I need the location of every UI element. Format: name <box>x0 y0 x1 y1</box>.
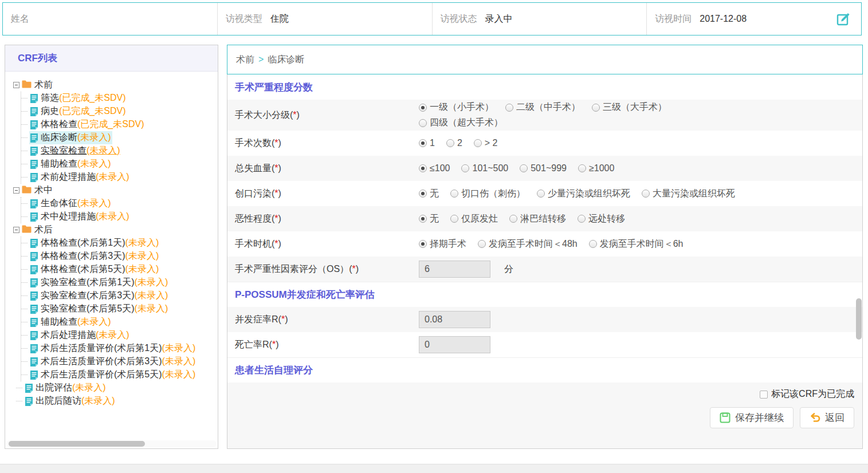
collapse-icon[interactable] <box>13 82 19 88</box>
radio-option[interactable]: 101~500 <box>461 163 508 174</box>
back-button[interactable]: 返回 <box>800 407 854 428</box>
radio-option[interactable]: 远处转移 <box>578 213 625 225</box>
radio-icon[interactable] <box>537 190 545 198</box>
crf-tree-item[interactable]: 体格检查(已完成_未SDV) <box>21 118 218 131</box>
sidebar-scrollbar-thumb[interactable] <box>9 441 145 447</box>
crf-tree-item[interactable]: 实验室检查(术后第3天)(未录入) <box>21 289 218 302</box>
radio-icon[interactable] <box>509 215 517 223</box>
collapse-icon[interactable] <box>13 227 19 233</box>
readonly-input[interactable]: 0.08 <box>419 311 490 328</box>
crf-tree-item[interactable]: 术后生活质量评价(术后第3天)(未录入) <box>21 355 218 368</box>
crf-tree-folder[interactable]: 术后 <box>9 223 218 236</box>
edit-icon[interactable] <box>836 11 851 26</box>
crf-item-status: (未录入) <box>81 395 115 407</box>
radio-icon[interactable] <box>419 215 427 223</box>
radio-option[interactable]: 一级（小手术） <box>419 101 494 113</box>
mark-complete-checkbox[interactable] <box>760 391 768 399</box>
radio-icon[interactable] <box>461 164 469 172</box>
crf-tree-item[interactable]: 生命体征(未录入) <box>21 197 218 210</box>
main-vertical-scrollbar-thumb[interactable] <box>856 298 862 340</box>
crf-tree-item[interactable]: 体格检查(术后第1天)(未录入) <box>21 236 218 250</box>
radio-icon[interactable] <box>589 240 597 248</box>
radio-option[interactable]: 发病至手术时间＜6h <box>589 238 684 250</box>
radio-option[interactable]: 择期手术 <box>419 238 466 250</box>
crf-tree-item[interactable]: 病史(已完成_未SDV) <box>21 105 218 118</box>
radio-option[interactable]: 三级（大手术） <box>592 101 667 113</box>
radio-icon[interactable] <box>419 164 427 172</box>
radio-icon[interactable] <box>578 215 586 223</box>
crf-tree-item[interactable]: 出院评估(未录入) <box>16 381 218 395</box>
radio-icon[interactable] <box>419 240 427 248</box>
document-icon <box>25 397 33 406</box>
crf-tree-item[interactable]: 术后处理措施(未录入) <box>21 329 218 342</box>
crf-tree-item[interactable]: 筛选(已完成_未SDV) <box>21 92 218 105</box>
crf-item-status: (未录入) <box>96 329 129 341</box>
radio-option[interactable]: 2 <box>446 138 462 148</box>
radio-icon[interactable] <box>642 190 650 198</box>
radio-option[interactable]: 切口伤（刺伤） <box>450 188 525 200</box>
crf-tree-item[interactable]: 辅助检查(未录入) <box>21 316 218 329</box>
radio-icon[interactable] <box>419 139 427 147</box>
radio-option[interactable]: 发病至手术时间＜48h <box>478 238 578 250</box>
radio-icon[interactable] <box>419 104 427 112</box>
crf-tree-item[interactable]: 实验室检查(术后第5天)(未录入) <box>21 302 218 316</box>
mark-complete-checkbox-row[interactable]: 标记该CRF为已完成 <box>760 388 854 400</box>
crf-tree-item[interactable]: 术后生活质量评价(术后第1天)(未录入) <box>21 342 218 355</box>
document-icon <box>30 265 38 274</box>
crf-tree-item[interactable]: 术中处理措施(未录入) <box>21 210 218 223</box>
readonly-input[interactable]: 0 <box>419 336 490 353</box>
crf-tree-item[interactable]: 实验室检查(术后第1天)(未录入) <box>21 276 218 289</box>
crf-tree-item[interactable]: 体格检查(术后第3天)(未录入) <box>21 250 218 263</box>
crf-item-label: 体格检查 <box>41 119 77 131</box>
radio-icon[interactable] <box>478 240 486 248</box>
radio-option[interactable]: 仅原发灶 <box>450 213 498 225</box>
radio-icon[interactable] <box>505 104 513 112</box>
crf-tree-item[interactable]: 术后生活质量评价(术后第5天)(未录入) <box>21 368 218 381</box>
crf-tree-item[interactable]: 术前处理措施(未录入) <box>21 171 218 184</box>
radio-icon[interactable] <box>446 139 454 147</box>
radio-icon[interactable] <box>450 190 458 198</box>
crf-tree-item[interactable]: 实验室检查(未录入) <box>21 144 218 157</box>
radio-option[interactable]: 二级（中手术） <box>505 101 580 113</box>
form-footer: 标记该CRF为已完成 保存并继续 返回 <box>227 383 862 448</box>
radio-option[interactable]: 四级（超大手术） <box>419 117 503 129</box>
radio-option[interactable]: ≥1000 <box>578 163 614 174</box>
sidebar-horizontal-scrollbar[interactable] <box>6 440 217 447</box>
visit-status-field: 访视状态 录入中 <box>432 3 647 35</box>
save-continue-button[interactable]: 保存并继续 <box>710 407 794 428</box>
radio-option[interactable]: 无 <box>419 188 439 200</box>
readonly-input[interactable]: 6 <box>419 261 490 278</box>
collapse-icon[interactable] <box>13 187 19 194</box>
radio-option[interactable]: 501~999 <box>520 163 567 174</box>
radio-option[interactable]: 少量污染或组织坏死 <box>537 188 630 200</box>
radio-option[interactable]: 1 <box>419 138 435 148</box>
radio-icon[interactable] <box>419 190 427 198</box>
save-icon <box>720 412 730 423</box>
patient-name-field[interactable]: 姓名 <box>3 3 217 35</box>
crf-tree-item[interactable]: 体格检查(术后第5天)(未录入) <box>21 263 218 276</box>
document-icon <box>30 94 38 103</box>
radio-icon[interactable] <box>592 104 600 112</box>
visit-time-label: 访视时间 <box>655 13 692 25</box>
radio-icon[interactable] <box>419 119 427 127</box>
radio-icon[interactable] <box>474 139 482 147</box>
crf-tree-folder[interactable]: 术中 <box>9 184 218 197</box>
radio-option[interactable]: > 2 <box>474 138 498 148</box>
radio-option-label: 仅原发灶 <box>461 213 498 225</box>
crf-tree-item[interactable]: 辅助检查(未录入) <box>21 157 218 171</box>
crf-tree-item[interactable]: 临床诊断(未录入) <box>21 131 218 144</box>
crf-item-label: 辅助检查 <box>41 316 77 328</box>
radio-icon[interactable] <box>450 215 458 223</box>
crf-tree-item[interactable]: 出院后随访(未录入) <box>16 395 218 408</box>
radio-icon[interactable] <box>520 164 528 172</box>
breadcrumb-section[interactable]: 术前 <box>236 54 254 66</box>
tree-item-content: 术后生活质量评价(术后第3天)(未录入) <box>29 355 197 368</box>
radio-icon[interactable] <box>578 164 586 172</box>
radio-option[interactable]: 无 <box>419 213 439 225</box>
radio-option[interactable]: ≤100 <box>419 163 450 174</box>
crf-item-label: 病史 <box>41 105 59 117</box>
radio-option[interactable]: 大量污染或组织坏死 <box>642 188 735 200</box>
crf-tree-folder[interactable]: 术前 <box>9 78 218 92</box>
form-row-control: 无仅原发灶淋巴结转移远处转移 <box>419 211 862 227</box>
radio-option[interactable]: 淋巴结转移 <box>509 213 566 225</box>
